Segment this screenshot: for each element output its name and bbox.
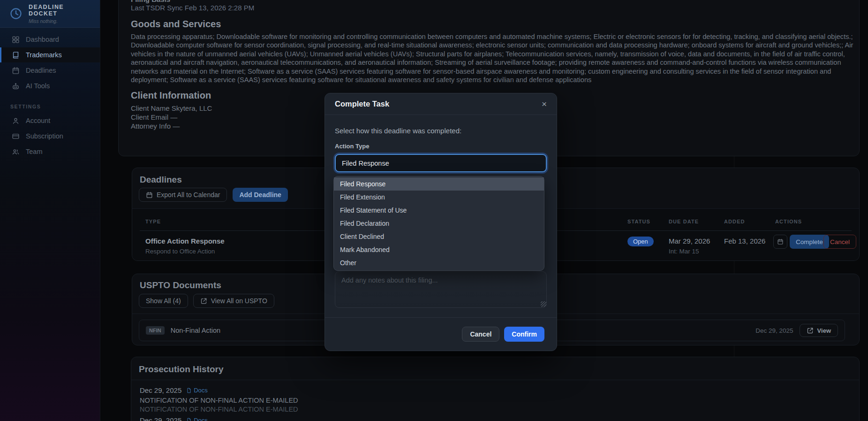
sidebar-item-label: Deadlines	[26, 67, 56, 74]
settings-section-label: SETTINGS	[10, 104, 100, 109]
action-type-label: Action Type	[335, 143, 369, 150]
sidebar-item-label: Dashboard	[26, 36, 59, 43]
calendar-icon	[12, 67, 20, 75]
calendar-icon	[777, 238, 784, 245]
external-link-icon	[807, 327, 814, 334]
option-filed-declaration[interactable]: Filed Declaration	[334, 217, 544, 230]
confirm-button[interactable]: Confirm	[504, 327, 544, 342]
sidebar-item-label: Account	[26, 117, 50, 124]
file-icon	[186, 418, 192, 421]
row-cancel-button[interactable]: Cancel	[823, 235, 856, 249]
entry-line1: NOTIFICATION OF NON-FINAL ACTION E-MAILE…	[140, 397, 298, 404]
tsdr-sync-status: Last TSDR Sync Feb 13, 2026 2:28 PM	[131, 4, 254, 12]
col-header-due-date: DUE DATE	[669, 219, 699, 224]
doc-code-badge: NFIN	[146, 326, 165, 335]
export-calendar-label: Export All to Calendar	[157, 191, 220, 199]
attorney-info: Attorney Info —	[131, 122, 180, 130]
modal-prompt: Select how this deadline was completed:	[335, 127, 461, 135]
show-all-button[interactable]: Show All (4)	[139, 294, 188, 308]
goods-services-title: Goods and Services	[131, 19, 221, 30]
goods-services-text: Data processing apparatus; Downloadable …	[131, 32, 860, 84]
brand: DEADLINE DOCKET Miss nothing.	[0, 0, 100, 28]
modal-header: Complete Task ×	[325, 93, 557, 115]
col-header-added: ADDED	[724, 219, 745, 224]
due-note: Int: Mar 15	[669, 248, 699, 255]
modal-title: Complete Task	[335, 100, 389, 108]
show-all-label: Show All (4)	[146, 297, 181, 305]
view-all-uspto-button[interactable]: View All on USPTO	[193, 294, 274, 308]
add-deadline-label: Add Deadline	[239, 191, 281, 199]
option-filed-extension[interactable]: Filed Extension	[334, 191, 544, 204]
deadlines-actions: Export All to Calendar Add Deadline	[139, 188, 288, 202]
people-icon	[12, 148, 20, 156]
option-filed-response[interactable]: Filed Response	[334, 177, 544, 191]
deadlines-title: Deadlines	[140, 175, 182, 185]
view-all-label: View All on USPTO	[211, 297, 267, 305]
calendar-icon	[146, 191, 153, 199]
docs-link-label: Docs	[194, 417, 208, 421]
sidebar-item-trademarks[interactable]: Trademarks	[0, 47, 100, 62]
grid-icon	[12, 36, 20, 44]
close-icon[interactable]: ×	[542, 100, 547, 108]
complete-task-modal: Complete Task × Select how this deadline…	[325, 93, 557, 351]
docs-link[interactable]: Docs	[186, 417, 208, 421]
option-mark-abandoned[interactable]: Mark Abandoned	[334, 243, 544, 256]
export-calendar-button[interactable]: Export All to Calendar	[139, 188, 227, 202]
prosecution-history-card: Prosecution History Dec 29, 2025 Docs NO…	[131, 357, 860, 421]
brand-title: DEADLINE DOCKET	[29, 4, 91, 17]
option-other[interactable]: Other	[334, 256, 544, 269]
resize-grip-icon[interactable]	[541, 301, 546, 307]
modal-footer: Cancel Confirm	[325, 317, 557, 351]
prosecution-divider	[131, 380, 859, 380]
file-icon	[186, 388, 192, 393]
doc-name: Non-Final Action	[171, 327, 220, 334]
sidebar-item-label: AI Tools	[26, 82, 50, 90]
sidebar-item-label: Trademarks	[26, 51, 62, 59]
sidebar-item-account[interactable]: Account	[0, 113, 100, 128]
row-calendar-button[interactable]	[773, 235, 787, 249]
sidebar-nav: Dashboard Trademarks Deadlines AI Tools	[0, 32, 100, 93]
action-type-dropdown: Filed Response Filed Extension Filed Sta…	[333, 176, 544, 271]
clock-logo-icon	[9, 7, 23, 20]
sidebar-item-team[interactable]: Team	[0, 144, 100, 159]
person-icon	[12, 117, 20, 125]
col-header-status: STATUS	[627, 219, 650, 224]
prosecution-title: Prosecution History	[139, 364, 224, 375]
sidebar: DEADLINE DOCKET Miss nothing. Dashboard …	[0, 0, 100, 421]
docs-link[interactable]: Docs	[186, 387, 208, 394]
col-header-actions: ACTIONS	[775, 219, 802, 224]
action-type-select[interactable]	[335, 154, 547, 172]
doc-view-label: View	[817, 327, 831, 334]
doc-view-button[interactable]: View	[800, 324, 838, 337]
status-badge: Open	[627, 237, 654, 246]
external-link-icon	[200, 298, 207, 305]
doc-date: Dec 29, 2025	[755, 327, 793, 334]
entry-line2: NOTIFICATION OF NON-FINAL ACTION E-MAILE…	[140, 406, 298, 413]
option-client-declined[interactable]: Client Declined	[334, 230, 544, 243]
sidebar-item-ai-tools[interactable]: AI Tools	[0, 78, 100, 93]
client-info-title: Client Information	[131, 90, 211, 101]
docs-link-label: Docs	[194, 387, 208, 394]
sidebar-item-label: Team	[26, 148, 42, 155]
col-header-type: TYPE	[145, 219, 161, 224]
client-name: Client Name Skytera, LLC	[131, 104, 212, 112]
notes-textarea[interactable]	[335, 271, 547, 308]
sidebar-settings-nav: Account Subscription Team	[0, 113, 100, 159]
entry-date: Dec 29, 2025	[140, 386, 181, 394]
app-root: DEADLINE DOCKET Miss nothing. Dashboard …	[0, 0, 868, 421]
sidebar-item-subscription[interactable]: Subscription	[0, 129, 100, 144]
add-deadline-button[interactable]: Add Deadline	[233, 188, 287, 202]
sidebar-item-deadlines[interactable]: Deadlines	[0, 63, 100, 78]
book-icon	[12, 51, 20, 59]
robot-icon	[12, 82, 20, 90]
due-date: Mar 29, 2026	[669, 237, 710, 245]
uspto-title: USPTO Documents	[140, 280, 221, 291]
client-email: Client Email —	[131, 113, 177, 121]
entry-date: Dec 29, 2025	[140, 416, 181, 421]
added-date: Feb 13, 2026	[724, 237, 765, 245]
brand-tagline: Miss nothing.	[29, 18, 91, 24]
uspto-actions: Show All (4) View All on USPTO	[139, 294, 274, 308]
option-filed-statement-of-use[interactable]: Filed Statement of Use	[334, 204, 544, 217]
sidebar-item-dashboard[interactable]: Dashboard	[0, 32, 100, 47]
cancel-button[interactable]: Cancel	[462, 327, 499, 342]
